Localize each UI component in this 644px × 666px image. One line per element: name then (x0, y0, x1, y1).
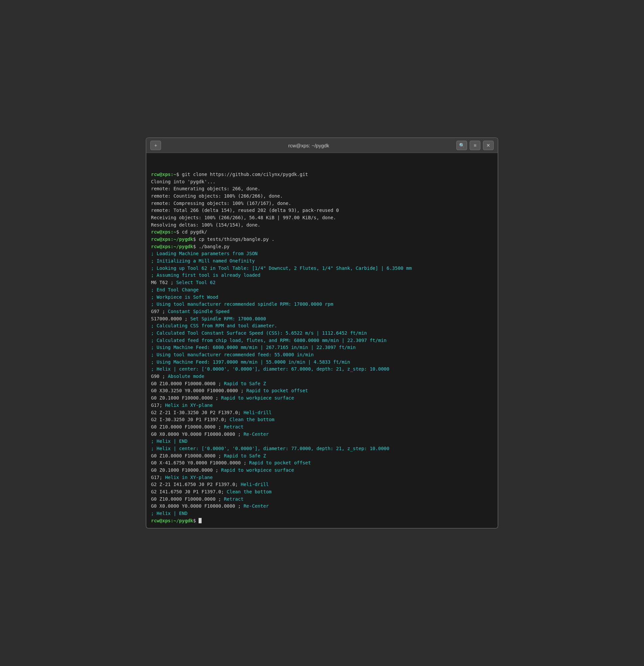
terminal-line: ; Using tool manufacturer recommended sp… (151, 301, 493, 308)
gcode-comment: Heli-drill (243, 410, 272, 415)
prompt-dollar: $ (193, 236, 198, 242)
gcode-white: G0 X30.3250 Y0.0000 F10000.0000 ; (151, 388, 246, 393)
terminal-line: G2 Z-21 I41.6750 J0 P2 F1397.0; Heli-dri… (151, 481, 493, 488)
gcode-comment: Re-Center (243, 503, 269, 509)
gcode-white: M6 T62 ; (151, 280, 176, 285)
terminal-line: G2 I41.6750 J0 P1 F1397.0; Clean the bot… (151, 488, 493, 496)
terminal-line: rcw@xps:~/pygdk$ ./bangle.py (151, 243, 493, 250)
terminal-window: + rcw@xps: ~/pygdk 🔍 ≡ ✕ rcw@xps:~$ git … (146, 137, 498, 528)
comment-text: ; Using Machine Feed: 1397.0000 mm/min |… (151, 359, 350, 365)
terminal-line: G0 X30.3250 Y0.0000 F10000.0000 ; Rapid … (151, 387, 493, 395)
plain-text: remote: Compressing objects: 100% (167/1… (151, 200, 291, 206)
prompt-dollar: $ (176, 229, 182, 234)
terminal-line: remote: Compressing objects: 100% (167/1… (151, 200, 493, 207)
terminal-line: ; Helix | center: ['0.0000', '0.0000'], … (151, 366, 493, 373)
gcode-comment: Rapid to workpiece surface (221, 395, 294, 401)
plain-text: Cloning into 'pygdk'... (151, 179, 215, 184)
gcode-white: G0 Z10.0000 F10000.0000 ; (151, 381, 224, 386)
terminal-line: remote: Enumerating objects: 266, done. (151, 185, 493, 193)
comment-text: ; Calculating CSS from RPM and tool diam… (151, 323, 277, 328)
gcode-white: G0 Z10.0000 F10000.0000 ; (151, 496, 224, 502)
terminal-line: ; Calculated feed from chip load, flutes… (151, 337, 493, 344)
terminal-line: G97 ; Constant Spindle Speed (151, 308, 493, 315)
prompt-path: :~/pygdk (171, 244, 193, 249)
terminal-line: ; Using tool manufacturer recommended fe… (151, 351, 493, 358)
terminal-line: ; Workpiece is Soft Wood (151, 294, 493, 301)
gcode-comment: Absolute mode (168, 373, 205, 379)
cmd-text: cd pygdk/ (182, 229, 207, 234)
comment-text: ; Helix | END (151, 511, 188, 516)
gcode-white: G17; (151, 403, 165, 408)
terminal-line: G0 Z10.0000 F10000.0000 ; Retract (151, 496, 493, 503)
comment-text: ; Initializing a Mill named Onefinity (151, 258, 255, 263)
prompt-user: rcw@xps (151, 236, 171, 242)
comment-text: ; End Tool Change (151, 287, 198, 293)
terminal-line: G90 ; Absolute mode (151, 373, 493, 380)
prompt-path: :~ (171, 172, 176, 177)
comment-text: ; Helix | END (151, 438, 188, 444)
cmd-text: cp tests/things/bangle.py . (198, 236, 275, 242)
comment-text: ; Loading Machine parameters from JSON (151, 251, 258, 256)
gcode-white: S17000.0000 ; (151, 316, 190, 321)
terminal-line: ; Helix | END (151, 510, 493, 517)
plain-text: remote: Total 266 (delta 154), reused 20… (151, 208, 339, 213)
prompt-dollar: $ (176, 172, 182, 177)
cursor (198, 518, 202, 523)
gcode-white: G0 Z10.0000 F10000.0000 ; (151, 424, 224, 430)
terminal-line: ; Using Machine Feed: 1397.0000 mm/min |… (151, 358, 493, 366)
terminal-line: G0 Z10.0000 F10000.0000 ; Retract (151, 423, 493, 431)
terminal-line: G0 X0.0000 Y0.0000 F10000.0000 ; Re-Cent… (151, 503, 493, 510)
terminal-line: Resolving deltas: 100% (154/154), done. (151, 222, 493, 229)
cmd-text: git clone https://github.com/cilynx/pygd… (182, 172, 308, 177)
terminal-line: rcw@xps:~/pygdk$ cp tests/things/bangle.… (151, 236, 493, 243)
terminal-line: G2 Z-21 I-30.3250 J0 P2 F1397.0; Heli-dr… (151, 409, 493, 417)
terminal-line: ; End Tool Change (151, 286, 493, 294)
gcode-comment: Rapid to workpiece surface (221, 468, 294, 473)
terminal-line: M6 T62 ; Select Tool 62 (151, 279, 493, 286)
comment-text: ; Calculated feed from chip load, flutes… (151, 338, 386, 343)
terminal-line: G17; Helix in XY-plane (151, 474, 493, 481)
comment-text: ; Helix | center: ['0.0000', '0.0000'], … (151, 446, 389, 451)
terminal-line: ; Assuming first tool is already loaded (151, 272, 493, 279)
terminal-line: remote: Total 266 (delta 154), reused 20… (151, 207, 493, 214)
gcode-white: G97 ; (151, 309, 168, 314)
terminal-line: G17; Helix in XY-plane (151, 402, 493, 409)
close-button[interactable]: ✕ (483, 141, 494, 150)
terminal-line: G0 X-41.6750 Y0.0000 F10000.0000 ; Rapid… (151, 459, 493, 467)
prompt-user: rcw@xps (151, 244, 171, 249)
prompt-path: :~ (171, 229, 176, 234)
add-tab-button[interactable]: + (150, 141, 161, 150)
terminal-line: ; Calculating CSS from RPM and tool diam… (151, 322, 493, 330)
gcode-white: G0 Z10.0000 F10000.0000 ; (151, 453, 224, 458)
gcode-comment: Rapid to pocket offset (249, 460, 311, 466)
cmd-text: ./bangle.py (198, 244, 229, 249)
gcode-comment: Set Spindle RPM: 17000.0000 (190, 316, 266, 321)
terminal-line: ; Using Machine Feed: 6800.0000 mm/min |… (151, 344, 493, 351)
gcode-white: G0 X-41.6750 Y0.0000 F10000.0000 ; (151, 460, 249, 466)
terminal-line: rcw@xps:~$ cd pygdk/ (151, 229, 493, 236)
terminal-line: ; Helix | END (151, 438, 493, 445)
prompt-dollar: $ (193, 244, 198, 249)
terminal-line: remote: Counting objects: 100% (266/266)… (151, 193, 493, 200)
comment-text: ; Using tool manufacturer recommended sp… (151, 301, 333, 307)
gcode-comment: Retract (224, 424, 243, 430)
gcode-white: G0 X0.0000 Y0.0000 F10000.0000 ; (151, 432, 243, 437)
plain-text: remote: Counting objects: 100% (266/266)… (151, 193, 283, 198)
terminal-line: G2 I-30.3250 J0 P1 F1397.0; Clean the bo… (151, 416, 493, 423)
titlebar: + rcw@xps: ~/pygdk 🔍 ≡ ✕ (146, 138, 498, 153)
terminal-line: ; Initializing a Mill named Onefinity (151, 258, 493, 265)
gcode-comment: Rapid to Safe Z (224, 453, 266, 458)
comment-text: ; Using tool manufacturer recommended fe… (151, 352, 314, 357)
comment-text: ; Looking up Tool 62 in Tool Table: [1/4… (151, 265, 412, 271)
gcode-white: G17; (151, 475, 165, 480)
gcode-comment: Clean the bottom (227, 489, 272, 494)
menu-button[interactable]: ≡ (470, 141, 480, 150)
terminal-line: ; Loading Machine parameters from JSON (151, 250, 493, 258)
search-button[interactable]: 🔍 (456, 141, 467, 150)
gcode-comment: Helix in XY-plane (165, 475, 212, 480)
comment-text: ; Using Machine Feed: 6800.0000 mm/min |… (151, 345, 355, 350)
terminal-body[interactable]: rcw@xps:~$ git clone https://github.com/… (146, 153, 498, 528)
plain-text: Resolving deltas: 100% (154/154), done. (151, 222, 260, 228)
prompt-dollar: $ (193, 518, 198, 523)
gcode-white: G2 I41.6750 J0 P1 F1397.0; (151, 489, 227, 494)
